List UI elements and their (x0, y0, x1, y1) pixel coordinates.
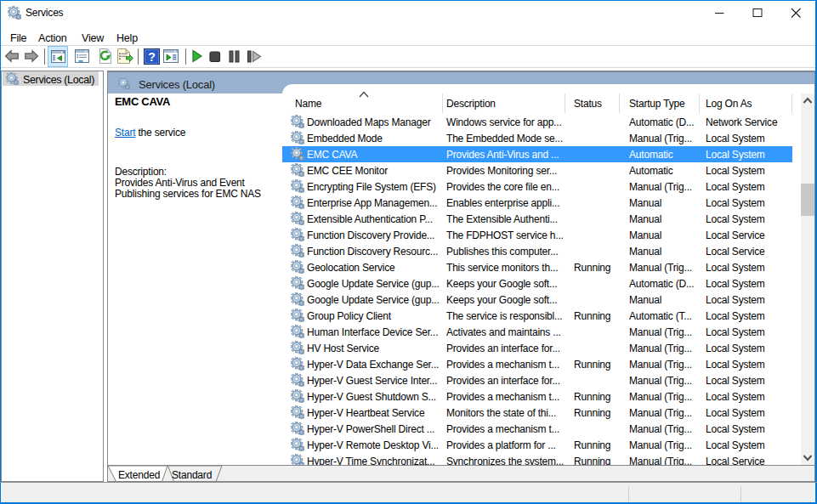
svg-text:?: ? (148, 50, 155, 64)
